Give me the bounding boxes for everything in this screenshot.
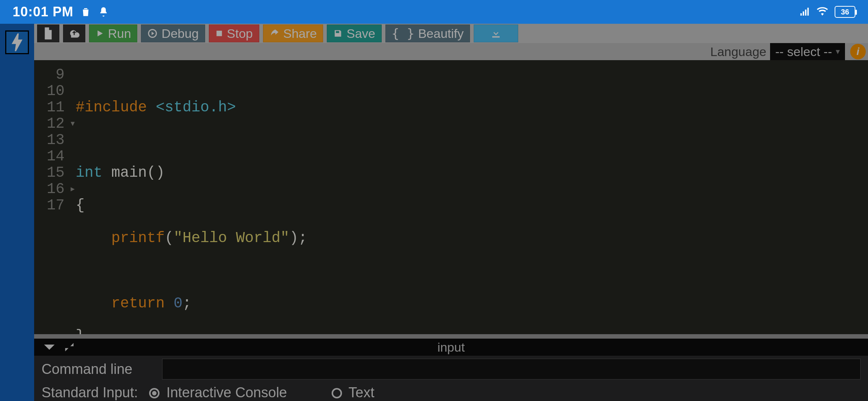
trash-icon	[80, 6, 91, 17]
language-row: Language -- select -- ▾ i	[34, 43, 868, 60]
line-number: 13	[41, 132, 65, 149]
upload-icon	[68, 28, 80, 39]
download-button[interactable]	[474, 25, 518, 42]
run-label: Run	[108, 26, 131, 41]
command-line-input[interactable]	[162, 359, 861, 379]
stop-icon	[215, 29, 223, 38]
lightning-icon	[10, 33, 24, 51]
expand-panel-button[interactable]	[64, 342, 75, 353]
save-button[interactable]: Save	[327, 25, 382, 42]
fold-marker-close: ▸	[70, 181, 76, 198]
stop-label: Stop	[227, 26, 253, 41]
fold-marker[interactable]: ▾	[70, 116, 76, 132]
debug-icon	[147, 28, 158, 39]
line-gutter: 9 10 11 12 13 14 15 16 17	[34, 60, 70, 334]
signal-icon	[799, 6, 810, 17]
braces-icon: { }	[392, 26, 414, 41]
app-logo-button[interactable]	[5, 30, 29, 54]
debug-label: Debug	[161, 26, 198, 41]
stdin-option-interactive[interactable]: Interactive Console	[149, 385, 287, 401]
language-label: Language	[710, 45, 766, 59]
line-number: 17	[41, 198, 65, 214]
upload-button[interactable]	[63, 25, 85, 42]
line-number: 9	[41, 67, 65, 83]
input-panel-header: input	[34, 339, 868, 356]
line-number: 12	[41, 116, 65, 132]
stdin-label: Standard Input:	[42, 385, 138, 401]
stdin-row: Standard Input: Interactive Console Text	[34, 382, 868, 401]
line-number: 11	[41, 100, 65, 116]
battery-indicator: 36	[835, 6, 855, 18]
input-panel-title: input	[437, 340, 465, 355]
stdin-option-text[interactable]: Text	[332, 385, 375, 401]
language-select[interactable]: -- select -- ▾	[770, 43, 845, 61]
info-button[interactable]: i	[850, 44, 866, 59]
save-icon	[333, 29, 343, 38]
left-rail	[0, 24, 34, 401]
stdin-option1-label: Interactive Console	[166, 385, 287, 400]
svg-rect-1	[216, 31, 222, 36]
toolbar: Run Debug Stop Share	[34, 24, 868, 43]
status-time: 10:01 PM	[13, 4, 73, 20]
play-icon	[95, 28, 104, 39]
radio-icon	[332, 388, 342, 398]
run-button[interactable]: Run	[89, 25, 137, 42]
collapse-panel-button[interactable]	[43, 343, 56, 351]
bell-icon	[98, 6, 109, 17]
debug-button[interactable]: Debug	[141, 25, 205, 42]
code-content[interactable]: #include <stdio.h> int main() { printf("…	[76, 60, 868, 334]
line-number: 14	[41, 149, 65, 165]
language-selected: -- select --	[775, 45, 832, 59]
command-line-row: Command line	[34, 356, 868, 382]
chevron-down-icon: ▾	[836, 47, 840, 56]
status-bar: 10:01 PM 36	[0, 0, 868, 24]
line-number: 15	[41, 165, 65, 181]
info-icon: i	[857, 46, 859, 58]
share-icon	[269, 28, 280, 39]
line-number: 10	[41, 83, 65, 100]
beautify-button[interactable]: { } Beautify	[385, 25, 470, 42]
wifi-icon	[817, 6, 828, 17]
new-file-icon	[43, 27, 53, 40]
save-label: Save	[346, 26, 375, 41]
line-number: 16	[41, 181, 65, 198]
radio-icon	[149, 388, 160, 398]
share-button[interactable]: Share	[263, 25, 323, 42]
share-label: Share	[283, 26, 317, 41]
code-editor[interactable]: 9 10 11 12 13 14 15 16 17 ▾ ▸	[34, 60, 868, 334]
beautify-label: Beautify	[418, 26, 464, 41]
command-line-label: Command line	[42, 361, 132, 377]
horizontal-splitter[interactable]	[34, 334, 868, 339]
stdin-option2-label: Text	[349, 385, 375, 400]
stop-button[interactable]: Stop	[209, 25, 259, 42]
download-icon	[490, 28, 502, 39]
fold-column: ▾ ▸	[70, 60, 76, 334]
new-file-button[interactable]	[37, 25, 59, 42]
